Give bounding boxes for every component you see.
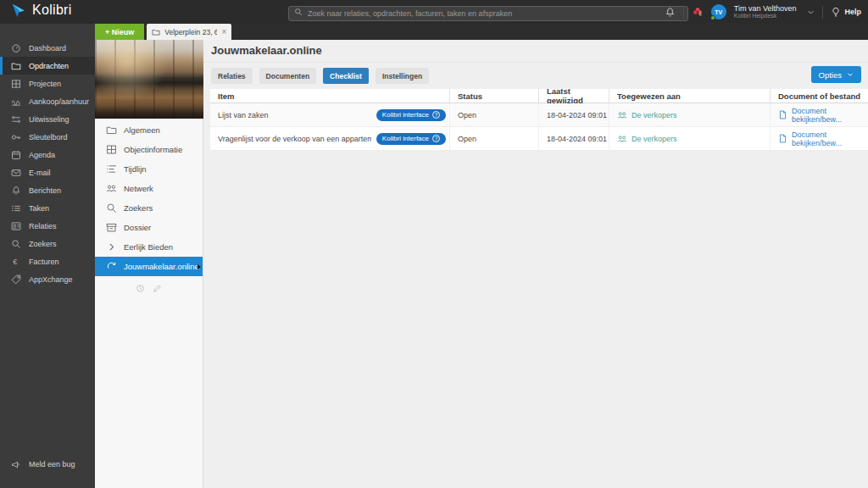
tasks-icon — [11, 203, 21, 214]
sidebar-item-agenda[interactable]: Agenda — [0, 146, 95, 164]
active-item-arrow — [198, 264, 201, 269]
sidebar-item-dashboard[interactable]: Dashboard — [0, 39, 95, 57]
column-header-document: Document of bestand — [770, 89, 868, 103]
assigned-link[interactable]: De verkopers — [617, 134, 677, 144]
sidebar-item-meld-een-bug[interactable]: Meld een bug — [0, 455, 95, 473]
sidebar-item-uitwisseling[interactable]: Uitwisseling — [0, 110, 95, 128]
sidebar-item-aankoop-aanhuur[interactable]: Aankoop/aanhuur — [0, 92, 95, 110]
signature-icon — [11, 97, 21, 107]
tab-checklist[interactable]: Checklist — [323, 68, 369, 84]
column-header-item: Item — [210, 89, 449, 103]
sidebar-item-label: Taken — [29, 204, 49, 213]
sidebar-item-label: Opdrachten — [29, 62, 69, 70]
chevron-down-icon[interactable] — [807, 8, 815, 16]
tab-documenten[interactable]: Documenten — [259, 68, 316, 84]
red-flower-icon[interactable] — [692, 6, 704, 18]
sidebar-item-facturen[interactable]: € Facturen — [0, 252, 95, 270]
assigned-link[interactable]: De verkopers — [617, 110, 677, 120]
subnav-item-label: Objectinformatie — [124, 145, 182, 154]
column-header-laatst-gewijzigd: Laatst gewijzigd — [538, 89, 609, 103]
kolibri-logo[interactable]: Kolibri — [8, 2, 72, 18]
subnav-item-objectinformatie[interactable]: Objectinformatie — [95, 140, 203, 159]
tab-label: Velperplein 23, 68... — [164, 28, 217, 36]
new-button[interactable]: + Nieuw — [95, 24, 144, 40]
column-header-toegewezen-aan: Toegewezen aan — [609, 89, 770, 103]
lightbulb-icon — [831, 7, 841, 17]
sidebar-item-label: Relaties — [29, 222, 57, 230]
subnav-item-algemeen[interactable]: Algemeen — [95, 120, 203, 140]
user-menu[interactable]: Tim van Velthoven Kolibri Helpdesk — [734, 4, 797, 19]
notifications-bell-icon[interactable] — [665, 7, 676, 18]
subnav-item-zoekers[interactable]: Zoekers — [95, 198, 203, 218]
online-status-dot — [710, 15, 715, 20]
document-tabstrip: + Nieuw Velperplein 23, 68... × — [95, 24, 868, 40]
page-title: Jouwmakelaar.online — [211, 44, 322, 57]
global-search-input[interactable] — [288, 6, 688, 21]
document-icon — [778, 110, 787, 119]
subnav-item-eerlijk-bieden[interactable]: Eerlijk Bieden — [95, 237, 203, 257]
sidebar-item-label: Uitwisseling — [29, 115, 70, 124]
search-icon — [106, 202, 117, 214]
envelope-icon — [11, 168, 21, 178]
avatar-initials: TV — [715, 9, 722, 15]
subnav-item-tijdlijn[interactable]: Tijdlijn — [95, 159, 203, 179]
document-link[interactable]: Document bekijken/bew... — [778, 130, 868, 147]
subnav-item-netwerk[interactable]: Netwerk — [95, 179, 203, 198]
subnav-item-label: Eerlijk Bieden — [124, 242, 173, 252]
opdracht-subnav: Algemeen Objectinformatie Tijdlijn Netwe… — [95, 40, 203, 488]
sidebar-item-email[interactable]: E-mail — [0, 164, 95, 181]
chevron-right-icon — [106, 241, 117, 252]
topbar-divider — [683, 6, 684, 19]
content-tabs: Relaties Documenten Checklist Instelling… — [211, 68, 429, 84]
assigned-cell: De verkopers — [609, 103, 770, 127]
sidebar-item-berichten[interactable]: Berichten — [0, 181, 95, 199]
close-tab-icon[interactable]: × — [221, 28, 226, 36]
contact-card-icon — [11, 221, 21, 231]
sidebar-item-taken[interactable]: Taken — [0, 199, 95, 217]
sidebar-item-appxchange[interactable]: AppXchange — [0, 270, 95, 288]
archive-icon — [106, 222, 117, 233]
badge-label: Kolibri interface — [382, 111, 429, 119]
edit-pencil-icon[interactable] — [153, 284, 162, 293]
sync-icon — [106, 261, 117, 272]
tab-instellingen[interactable]: Instellingen — [376, 68, 429, 84]
megaphone-icon — [11, 459, 21, 469]
checklist-table: Item Status Laatst gewijzigd Toegewezen … — [210, 89, 868, 151]
table-header-row: Item Status Laatst gewijzigd Toegewezen … — [210, 89, 868, 103]
sidebar-item-label: Agenda — [29, 151, 55, 159]
property-photo[interactable] — [95, 40, 203, 119]
document-link[interactable]: Document bekijken/bew... — [778, 107, 868, 124]
history-clock-icon[interactable] — [136, 284, 145, 293]
opties-button[interactable]: Opties — [811, 66, 861, 83]
kolibri-interface-badge[interactable]: Kolibri interface ? — [376, 109, 446, 121]
people-icon — [617, 110, 627, 120]
tag-icon — [11, 274, 21, 285]
tab-relaties[interactable]: Relaties — [211, 68, 253, 84]
item-cell: Lijst van zaken Kolibri interface ? — [210, 103, 449, 127]
subnav-item-jouwmakelaar-online[interactable]: Jouwmakelaar.online — [95, 257, 203, 276]
key-icon — [11, 132, 21, 142]
sidebar-item-zoekers[interactable]: Zoekers — [0, 235, 95, 252]
sidebar-item-relaties[interactable]: Relaties — [0, 217, 95, 235]
user-avatar[interactable]: TV — [711, 4, 726, 19]
global-search — [288, 4, 688, 19]
sidebar-item-opdrachten[interactable]: Opdrachten — [0, 57, 95, 75]
document-cell: Document bekijken/bew... — [770, 103, 868, 127]
open-document-tab[interactable]: Velperplein 23, 68... × — [147, 24, 231, 40]
column-header-status: Status — [449, 89, 538, 103]
people-icon — [617, 134, 627, 144]
help-button[interactable]: Help — [831, 7, 861, 17]
status-cell: Open — [449, 127, 538, 151]
grid-icon — [106, 144, 117, 155]
sidebar-item-label: Aankoop/aanhuur — [29, 97, 89, 106]
chevron-down-icon — [847, 71, 854, 78]
bell-icon — [11, 186, 21, 196]
main-sidebar: Dashboard Opdrachten Projecten Aankoop/a… — [0, 24, 95, 488]
sidebar-item-label: E-mail — [29, 169, 51, 177]
subnav-item-dossier[interactable]: Dossier — [95, 218, 203, 237]
kolibri-interface-badge[interactable]: Kolibri interface ? — [376, 133, 446, 145]
sidebar-item-projecten[interactable]: Projecten — [0, 75, 95, 92]
sidebar-item-sleutelbord[interactable]: Sleutelbord — [0, 128, 95, 146]
topbar-right: TV Tim van Velthoven Kolibri Helpdesk He… — [665, 0, 861, 24]
badge-label: Kolibri interface — [382, 135, 429, 142]
